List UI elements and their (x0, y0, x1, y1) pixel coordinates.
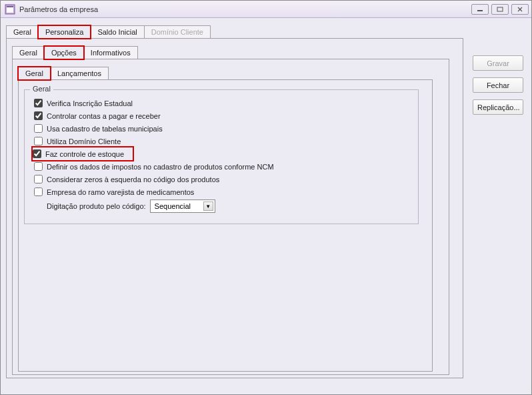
chk-cadastro[interactable] (34, 124, 43, 133)
titlebar: Parâmetros da empresa (1, 1, 531, 18)
lbl-dominio[interactable]: Utiliza Domínio Cliente (47, 137, 121, 145)
svg-rect-2 (7, 6, 13, 7)
dropdown-value: Sequencial (155, 202, 191, 210)
lbl-controlar[interactable]: Controlar contas a pagar e receber (47, 112, 161, 120)
save-button[interactable]: Gravar (473, 55, 523, 71)
app-icon (5, 4, 15, 15)
tab-opcoes[interactable]: Opções (44, 46, 84, 59)
tab-saldo-inicial[interactable]: Saldo Inicial (90, 25, 144, 38)
dropdown-digitacao[interactable]: Sequencial ▼ (150, 200, 215, 213)
tab-dominio-cliente[interactable]: Domínio Cliente (144, 25, 211, 38)
close-button[interactable] (511, 4, 529, 15)
lbl-ncm[interactable]: Definir os dados de impostos no cadastro… (47, 163, 274, 171)
row-cadastro: Usa cadastro de tabelas municipais (34, 122, 411, 135)
svg-rect-4 (497, 7, 503, 11)
row-dominio: Utiliza Domínio Cliente (34, 135, 411, 147)
lbl-verifica[interactable]: Verifica Inscrição Estadual (47, 99, 133, 107)
row-zeros: Considerar zeros à esquerda no código do… (34, 173, 411, 185)
tabbody-level3: Geral Verifica Inscrição Estadual Contro… (18, 79, 433, 372)
chk-estoque[interactable] (33, 149, 41, 158)
tab-geral-l3[interactable]: Geral (18, 67, 51, 80)
lbl-estoque[interactable]: Faz controle de estoque (45, 150, 124, 158)
row-estoque: Faz controle de estoque (33, 147, 133, 160)
replicate-button[interactable]: Replicação... (473, 99, 523, 115)
tab-personaliza[interactable]: Personaliza (38, 25, 91, 39)
tab-informativos[interactable]: Informativos (83, 46, 138, 59)
tabbody-level1: Geral Opções Informativos Geral Lançamen… (6, 38, 463, 378)
svg-rect-3 (477, 10, 483, 11)
chk-controlar[interactable] (34, 111, 43, 120)
lbl-zeros[interactable]: Considerar zeros à esquerda no código do… (47, 175, 219, 183)
row-dropdown: Digitação produto pelo código: Sequencia… (34, 200, 411, 213)
tab-lancamentos[interactable]: Lançamentos (50, 67, 109, 79)
tabs-level3: Geral Lançamentos (18, 65, 443, 79)
lbl-cadastro[interactable]: Usa cadastro de tabelas municipais (47, 125, 163, 133)
row-verifica: Verifica Inscrição Estadual (34, 97, 411, 109)
fieldset-legend: Geral (30, 85, 53, 93)
row-varejista: Empresa do ramo varejista de medicamento… (34, 185, 411, 198)
row-controlar: Controlar contas a pagar e receber (34, 109, 411, 122)
fieldset-geral: Geral Verifica Inscrição Estadual Contro… (24, 89, 419, 224)
minimize-button[interactable] (471, 4, 489, 15)
chk-verifica[interactable] (34, 99, 43, 107)
tab-geral-l2[interactable]: Geral (12, 46, 45, 59)
tab-geral-l1[interactable]: Geral (6, 25, 39, 38)
tabs-level2: Geral Opções Informativos (12, 44, 457, 59)
chk-dominio[interactable] (34, 137, 43, 145)
window-title: Parâmetros da empresa (19, 5, 471, 13)
chk-zeros[interactable] (34, 175, 43, 183)
lbl-varejista[interactable]: Empresa do ramo varejista de medicamento… (47, 188, 194, 196)
chk-varejista[interactable] (34, 187, 43, 196)
side-buttons: Gravar Fechar Replicação... (473, 55, 523, 115)
chk-ncm[interactable] (34, 162, 43, 171)
maximize-button[interactable] (491, 4, 509, 15)
client-area: Gravar Fechar Replicação... Geral Person… (1, 18, 531, 394)
window-buttons (471, 4, 529, 15)
row-ncm: Definir os dados de impostos no cadastro… (34, 160, 411, 173)
chevron-down-icon: ▼ (203, 202, 213, 211)
tabs-level1: Geral Personaliza Saldo Inicial Domínio … (6, 23, 526, 38)
close-dialog-button[interactable]: Fechar (473, 77, 523, 93)
lbl-dropdown: Digitação produto pelo código: (47, 202, 146, 210)
tabbody-level2: Geral Lançamentos Geral Verifica Inscriç… (12, 59, 449, 375)
